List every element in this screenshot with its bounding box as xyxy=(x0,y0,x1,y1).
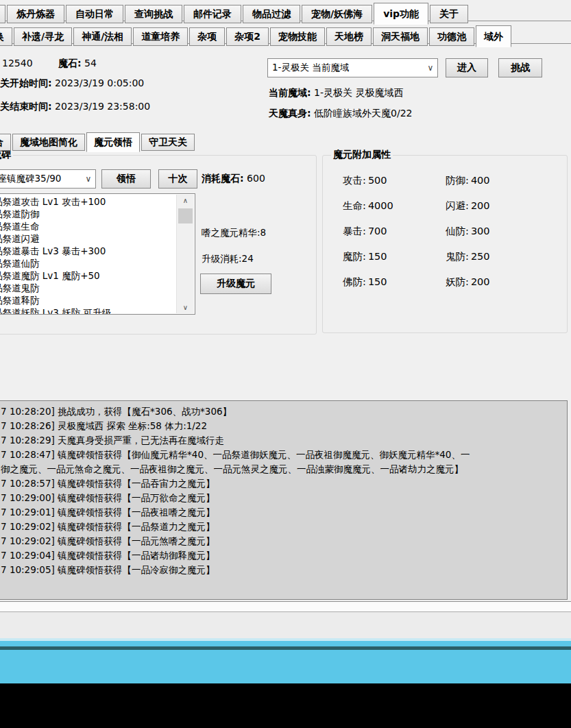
list-item[interactable]: 品祭道防御 xyxy=(0,208,195,220)
stat-item: 仙防:300 xyxy=(446,225,548,238)
log-line: 7 10:29:02] 镇魔碑领悟获得【一品元煞嗜之魔元】 xyxy=(1,534,564,548)
listbox-scrollbar[interactable]: ∧ ∨ xyxy=(176,195,194,313)
sub-tab-item[interactable]: 守卫天关 xyxy=(141,134,195,151)
stat-label: 鬼防: xyxy=(446,251,469,262)
stat-label: 佛防: xyxy=(343,276,366,287)
list-item[interactable]: 品祭道仙防 xyxy=(0,257,195,269)
list-item[interactable]: 品祭道妖防 Lv3 妖防 可升级 xyxy=(0,306,195,315)
stat-item: 魔防:150 xyxy=(343,250,446,263)
gate-end-time-label: 关结束时间: xyxy=(0,101,52,112)
enter-button[interactable]: 进入 xyxy=(446,58,488,77)
log-line: 7 10:29:05] 镇魔碑领悟获得【一品冷寂御之魔元】 xyxy=(1,563,564,577)
list-item[interactable]: 品祭道生命 xyxy=(0,220,195,232)
demon-body-label: 天魔真身: xyxy=(269,108,311,119)
status-strip xyxy=(0,601,571,612)
stat-value: 200 xyxy=(471,276,490,287)
tab-item[interactable]: 域外 xyxy=(476,25,511,47)
tab-item[interactable]: 炼丹炼器 xyxy=(7,5,64,23)
stat-label: 攻击: xyxy=(343,175,366,186)
sub-tab-item[interactable]: 魔元领悟 xyxy=(86,132,140,152)
lower-panel-strip xyxy=(0,612,571,638)
tab-item[interactable]: 神通/法相 xyxy=(73,27,132,46)
magic-stone-label: 魔石: xyxy=(58,58,82,69)
stat-label: 妖防: xyxy=(446,276,469,287)
comprehend-button[interactable]: 领悟 xyxy=(101,169,151,189)
scroll-down-icon[interactable]: ∨ xyxy=(177,302,194,313)
tab-item[interactable]: 自动日常 xyxy=(66,5,123,23)
stat-value: 400 xyxy=(471,175,490,186)
log-line: 7 10:28:29] 天魔真身受损严重，已无法再在魔域行走 xyxy=(1,433,564,448)
tab-item[interactable]: 物品过滤 xyxy=(243,5,300,23)
tab-item[interactable]: vip功能 xyxy=(374,3,428,25)
stat-item: 佛防:150 xyxy=(343,276,446,289)
sub-tab-item[interactable]: 魔域地图简化 xyxy=(12,134,85,151)
list-item[interactable]: 品祭道释防 xyxy=(0,294,195,306)
tab-item[interactable]: 宠物技能 xyxy=(270,27,325,46)
stat-value: 200 xyxy=(471,200,490,211)
accent-bar-top xyxy=(0,641,571,646)
log-line: 7 10:28:20] 挑战成功，获得【魔石*306、战功*306】 xyxy=(1,404,564,419)
tab-item[interactable]: 补遗/寻龙 xyxy=(14,27,72,46)
cost-label: 消耗魔石: xyxy=(202,173,244,184)
upgrade-monolith-button[interactable]: 升级魔元 xyxy=(200,274,271,294)
tab-item[interactable]: 关于 xyxy=(430,5,468,23)
gate-start-time-value: 2023/3/19 0:05:00 xyxy=(55,77,144,88)
tab-item[interactable]: 杂项 xyxy=(189,27,225,46)
list-item[interactable]: 品祭道攻击 Lv1 攻击+100 xyxy=(0,195,195,208)
stat-value: 150 xyxy=(368,276,387,287)
stat-value: 4000 xyxy=(368,200,393,211)
scroll-up-icon[interactable]: ∧ xyxy=(177,195,194,206)
attributes-group-title: 魔元附加属性 xyxy=(331,149,393,161)
tab-item[interactable]: 查询挑战 xyxy=(125,5,182,23)
magic-stone-text: 魔石: 54 xyxy=(58,58,97,70)
tab-item[interactable]: 宠物/妖佛海 xyxy=(302,5,372,23)
stat-item: 暴击:700 xyxy=(343,225,446,238)
points-value: 12540 xyxy=(2,58,33,69)
log-line: 7 10:29:00] 镇魔碑领悟获得【一品万欲命之魔元】 xyxy=(1,491,564,505)
log-panel[interactable]: 7 10:28:20] 挑战成功，获得【魔石*306、战功*306】7 10:2… xyxy=(0,400,568,600)
log-line: 7 10:28:57] 镇魔碑领悟获得【一品吞宙力之魔元】 xyxy=(1,476,564,491)
sub-tab-item[interactable]: 合 xyxy=(0,134,11,151)
main-tabs-row2: 换补遗/寻龙神通/法相道童培养杂项杂项2宠物技能天地榜洞天福地功德池域外 xyxy=(0,25,513,46)
stat-value: 500 xyxy=(368,175,387,186)
scroll-thumb[interactable] xyxy=(178,208,193,223)
tab-item[interactable]: 天地榜 xyxy=(326,27,372,46)
stat-label: 仙防: xyxy=(446,226,469,236)
stat-label: 防御: xyxy=(446,175,469,186)
list-item[interactable]: 品祭道魔防 Lv1 魔防+50 xyxy=(0,269,195,282)
tab-item[interactable]: 杂项2 xyxy=(226,27,269,46)
monolith-listbox[interactable]: 品祭道攻击 Lv1 攻击+100品祭道防御品祭道生命品祭道闪避品祭道暴击 Lv3… xyxy=(0,193,195,315)
tab-item[interactable]: 道童培养 xyxy=(133,27,188,46)
cost-value: 600 xyxy=(247,173,265,184)
list-item[interactable]: 品祭道鬼防 xyxy=(0,282,195,294)
demon-body-text: 天魔真身: 低阶瞳族域外天魔0/22 xyxy=(269,108,413,120)
list-item[interactable]: 品祭道暴击 Lv3 暴击+300 xyxy=(0,245,195,257)
essence-text: 嗜之魔元精华:8 xyxy=(202,227,266,239)
monolith-select[interactable]: 一座镇魔碑35/90 ∨ xyxy=(0,169,96,189)
tab-item[interactable]: 邮件记录 xyxy=(184,5,241,23)
monolith-select-value: 一座镇魔碑35/90 xyxy=(0,173,82,185)
demon-body-value: 低阶瞳族域外天魔0/22 xyxy=(314,108,412,119)
gate-start-time: 关开始时间: 2023/3/19 0:05:00 xyxy=(0,77,144,90)
list-item[interactable]: 品祭道闪避 xyxy=(0,232,195,245)
tab-item[interactable]: 洞天福地 xyxy=(373,27,428,46)
challenge-button[interactable]: 挑战 xyxy=(498,58,542,77)
sub-tabs: 合魔域地图简化魔元领悟守卫天关 xyxy=(0,132,196,151)
ten-times-button[interactable]: 十次 xyxy=(158,169,197,189)
stat-label: 魔防: xyxy=(343,251,366,262)
stat-label: 生命: xyxy=(343,200,366,211)
tab-item[interactable] xyxy=(0,5,5,23)
log-line: 7 10:28:26] 灵极魔域西 探索 坐标:58 体力:1/22 xyxy=(1,419,564,433)
accent-bar xyxy=(0,650,571,683)
log-line: 7 10:28:47] 镇魔碑领悟获得【御仙魔元精华*40、一品祭道御妖魔元、一… xyxy=(1,448,564,462)
magic-stone-value: 54 xyxy=(84,58,97,69)
log-line: 7 10:29:01] 镇魔碑领悟获得【一品夜祖嗜之魔元】 xyxy=(1,505,564,520)
realm-select[interactable]: 1-灵极关 当前魔域 ∨ xyxy=(267,58,438,77)
tab-item[interactable]: 换 xyxy=(0,27,12,46)
gate-end-time-value: 2023/3/19 23:58:00 xyxy=(55,101,150,112)
stat-item: 生命:4000 xyxy=(343,199,446,213)
chevron-down-icon: ∨ xyxy=(424,63,437,73)
stat-value: 700 xyxy=(368,226,387,236)
tab-item[interactable]: 功德池 xyxy=(429,27,474,46)
cost-text: 消耗魔石: 600 xyxy=(202,173,265,185)
